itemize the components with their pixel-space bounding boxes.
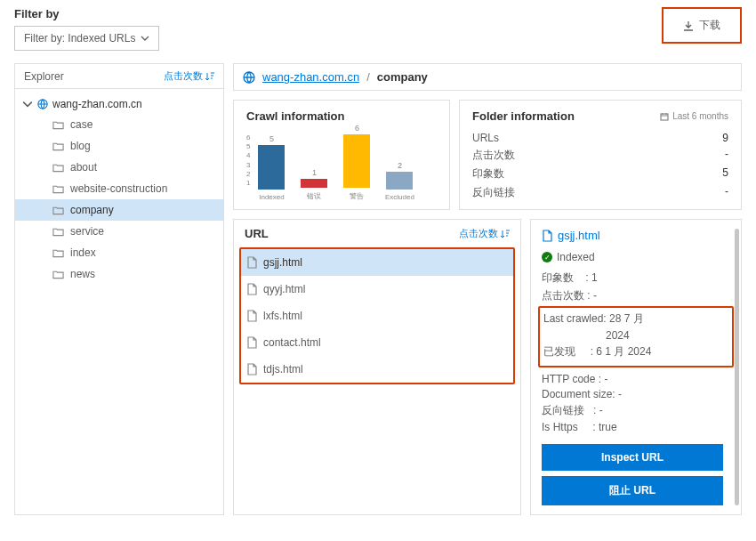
file-icon [246, 310, 257, 322]
tree-item-service[interactable]: service [15, 221, 223, 242]
chart-bar: 1错误 [298, 168, 330, 201]
file-icon [246, 256, 257, 269]
inspect-url-button[interactable]: Inspect URL [542, 444, 723, 471]
tree-item-company[interactable]: company [15, 199, 223, 221]
file-icon [246, 363, 257, 375]
file-icon [246, 283, 257, 295]
period-label: Last 6 months [660, 111, 728, 121]
url-item[interactable]: tdjs.html [241, 356, 513, 383]
chart-bar: 5Indexed [255, 134, 287, 201]
sort-icon [501, 230, 510, 238]
chart-bar: 2Excluded [383, 161, 415, 201]
filter-select[interactable]: Filter by: Indexed URLs [14, 26, 159, 51]
url-list-card: URL 点击次数 gsjj.htmlqyyj.htmllxfs.htmlcont… [233, 219, 521, 515]
chevron-down-icon [22, 99, 33, 109]
explorer-sort[interactable]: 点击次数 [164, 69, 214, 83]
svg-rect-2 [661, 114, 668, 120]
folder-title: Folder information [472, 109, 575, 123]
tree-item-website-construction[interactable]: website-construction [15, 178, 223, 199]
crawl-chart: 654321 5Indexed1错误6警告2Excluded [246, 130, 437, 201]
globe-icon [37, 99, 48, 109]
breadcrumb-sep: / [366, 70, 370, 84]
url-item[interactable]: contact.html [241, 329, 513, 356]
block-url-button[interactable]: 阻止 URL [542, 476, 723, 505]
folder-icon [52, 248, 64, 258]
folder-icon [52, 184, 64, 194]
folder-icon [52, 206, 64, 215]
folder-info-card: Folder information Last 6 months URLs9 点… [459, 100, 742, 210]
check-icon [542, 252, 552, 262]
download-button[interactable]: 下载 [662, 7, 742, 44]
explorer-panel: Explorer 点击次数 wang-zhan.com.cn casebloga… [14, 63, 224, 515]
tree-item-index[interactable]: index [15, 242, 223, 263]
url-item[interactable]: gsjj.html [241, 249, 513, 276]
explorer-title: Explorer [24, 70, 64, 83]
crawl-title: Crawl information [246, 109, 437, 123]
tree-item-case[interactable]: case [15, 114, 223, 135]
breadcrumb-current: company [377, 70, 428, 84]
tree-root[interactable]: wang-zhan.com.cn [15, 94, 223, 114]
sort-icon [205, 72, 214, 81]
url-item[interactable]: qyyj.html [241, 276, 513, 303]
globe-icon [243, 71, 255, 84]
file-icon [542, 230, 552, 242]
folder-icon [52, 163, 64, 173]
breadcrumb-domain[interactable]: wang-zhan.com.cn [262, 70, 359, 84]
url-item[interactable]: lxfs.html [241, 303, 513, 329]
folder-icon [52, 141, 64, 151]
detail-card: gsjj.html Indexed 印象数 : 1 点击次数 : - Last … [530, 219, 742, 515]
folder-icon [52, 227, 64, 237]
filter-label: Filter by [14, 7, 159, 20]
filter-selected-text: Filter by: Indexed URLs [24, 32, 135, 44]
folder-icon [52, 270, 64, 279]
index-status: Indexed [542, 251, 730, 263]
crawl-date-highlight: Last crawled: 28 7 月 2024 已发现 : 6 1 月 20… [538, 306, 734, 367]
download-icon [683, 20, 694, 31]
url-title: URL [245, 227, 269, 240]
chevron-down-icon [141, 34, 149, 43]
crawl-info-card: Crawl information 654321 5Indexed1错误6警告2… [233, 100, 450, 210]
detail-file-link[interactable]: gsjj.html [542, 229, 730, 242]
tree-item-news[interactable]: news [15, 263, 223, 285]
tree-item-blog[interactable]: blog [15, 135, 223, 157]
chart-bar: 6警告 [341, 124, 373, 201]
calendar-icon [660, 112, 669, 121]
breadcrumb: wang-zhan.com.cn / company [233, 63, 742, 91]
tree-item-about[interactable]: about [15, 157, 223, 178]
folder-icon [52, 120, 64, 130]
url-sort[interactable]: 点击次数 [459, 227, 510, 240]
file-icon [246, 336, 257, 349]
